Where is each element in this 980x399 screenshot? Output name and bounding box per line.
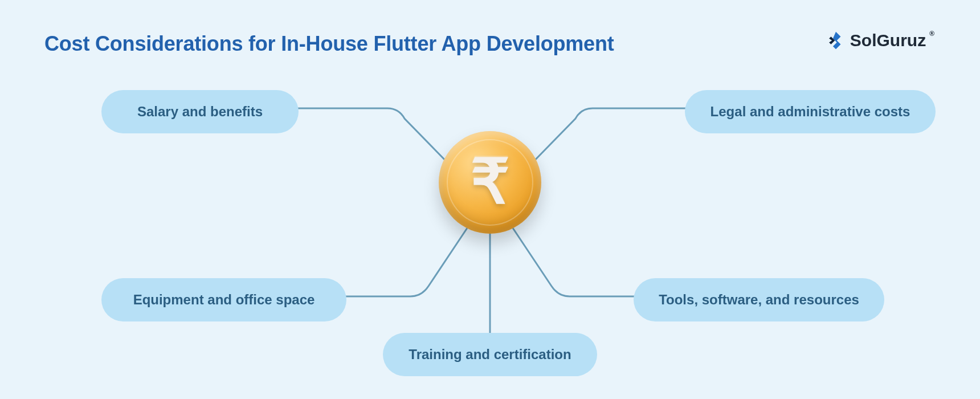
rupee-coin-icon: ₹ bbox=[439, 131, 541, 234]
node-training-cert: Training and certification bbox=[383, 333, 597, 376]
brand-name: SolGuruz bbox=[850, 31, 926, 50]
solguruz-logo-icon bbox=[826, 31, 846, 50]
diagram-canvas: ₹ Salary and benefits Legal and administ… bbox=[0, 74, 980, 393]
node-equipment-office: Equipment and office space bbox=[101, 278, 346, 321]
diagram-title: Cost Considerations for In-House Flutter… bbox=[44, 32, 614, 56]
node-salary-benefits: Salary and benefits bbox=[101, 90, 299, 133]
node-legal-admin: Legal and administrative costs bbox=[685, 90, 936, 133]
rupee-glyph: ₹ bbox=[471, 146, 510, 217]
brand: SolGuruz ® bbox=[826, 31, 936, 50]
brand-registered: ® bbox=[929, 30, 934, 38]
node-tools-software: Tools, software, and resources bbox=[634, 278, 884, 321]
